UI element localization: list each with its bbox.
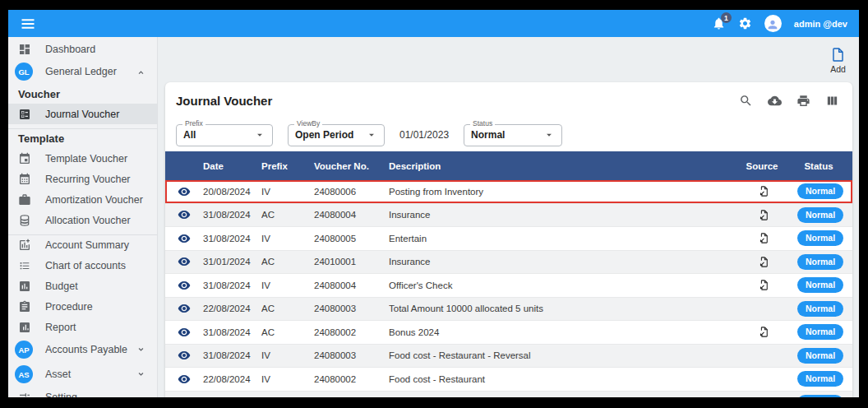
sidebar-item-template-voucher[interactable]: Template Voucher xyxy=(8,148,157,169)
eye-icon[interactable] xyxy=(178,255,191,268)
sidebar-item-chart-of-accounts[interactable]: Chart of accounts xyxy=(8,255,157,276)
cell-voucher-no: 24080002 xyxy=(314,327,389,337)
sidebar-group-general-ledger[interactable]: GL General Ledger xyxy=(8,59,157,84)
sidebar-item-setting[interactable]: Setting xyxy=(8,387,157,397)
sidebar-item-amortization-voucher[interactable]: Amortization Voucher xyxy=(8,189,157,210)
table-header: Date Prefix Voucher No. Description Sour… xyxy=(165,151,852,180)
status-select[interactable]: Status Normal xyxy=(464,124,562,146)
sidebar-section-template: Template xyxy=(8,128,157,148)
notifications-button[interactable]: 1 xyxy=(712,16,726,30)
sidebar-section-label: Voucher xyxy=(18,88,60,100)
dashboard-icon xyxy=(18,43,31,56)
sidebar-section-label: Template xyxy=(18,132,64,145)
cell-prefix: AC xyxy=(261,210,314,220)
source-document-icon[interactable] xyxy=(758,256,770,268)
procedure-icon xyxy=(18,300,31,313)
eye-icon[interactable] xyxy=(178,302,191,315)
source-document-icon[interactable] xyxy=(758,279,770,291)
table-row[interactable]: 31/08/2024 IV 24080003 Food cost - Resta… xyxy=(165,345,852,369)
table-row[interactable]: 31/08/2024 AC 24080004 Insurance Normal xyxy=(165,204,852,228)
status-badge: Normal xyxy=(797,230,843,246)
table-row[interactable]: 20/08/2024 IV 24080006 Posting from Inve… xyxy=(165,180,852,204)
add-button[interactable]: Add xyxy=(830,47,846,74)
status-select-value: Normal xyxy=(471,129,505,141)
table-row[interactable]: 31/08/2024 IV 24080004 Officer's Check N… xyxy=(165,274,852,298)
sidebar-item-label: Amortization Voucher xyxy=(45,194,143,206)
sidebar-group-accounts-payable[interactable]: AP Accounts Payable xyxy=(8,337,157,362)
sidebar-item-label: Dashboard xyxy=(45,44,95,55)
sidebar-item-dashboard[interactable]: Dashboard xyxy=(8,39,157,59)
sidebar-group-asset[interactable]: AS Asset xyxy=(8,362,157,387)
source-document-icon[interactable] xyxy=(758,326,770,338)
journal-voucher-icon xyxy=(18,108,31,121)
print-icon[interactable] xyxy=(796,94,810,108)
table-row[interactable]: 31/01/2024 AC 24010001 Insurance Normal xyxy=(165,251,852,275)
source-document-icon[interactable] xyxy=(758,209,770,221)
eye-icon[interactable] xyxy=(178,373,191,386)
table-header-date: Date xyxy=(203,161,261,171)
source-document-icon[interactable] xyxy=(758,232,770,244)
cell-voucher-no: 24080003 xyxy=(314,304,389,313)
table-row[interactable]: 22/08/2024 IV 24080002 Food cost - Resta… xyxy=(165,368,852,392)
sidebar-group-label: Accounts Payable xyxy=(45,344,127,355)
cell-description: Total Amount 10000 allocated 5 units xyxy=(389,304,739,313)
viewby-select[interactable]: ViewBy Open Period xyxy=(288,124,385,146)
table-header-voucher-no: Voucher No. xyxy=(314,161,389,171)
sidebar-item-journal-voucher[interactable]: Journal Voucher xyxy=(8,104,157,124)
topbar: 1 admin @dev xyxy=(8,10,859,37)
search-icon[interactable] xyxy=(739,94,753,108)
cell-voucher-no: 24080003 xyxy=(314,350,389,360)
table-row[interactable]: 22/08/2024 AC 24080003 Total Amount 1000… xyxy=(165,298,852,322)
sidebar-item-procedure[interactable]: Procedure xyxy=(8,296,157,317)
chart-of-accounts-icon xyxy=(18,259,31,272)
viewby-select-value: Open Period xyxy=(295,129,353,141)
sidebar-section-voucher: Voucher xyxy=(8,84,157,104)
cell-description: Bonus 2024 xyxy=(389,327,739,337)
avatar[interactable] xyxy=(764,15,782,32)
table-row[interactable]: Normal xyxy=(165,392,852,398)
cell-date: 31/08/2024 xyxy=(203,350,261,360)
sidebar-item-report[interactable]: Report xyxy=(8,317,157,337)
cell-date: 20/08/2024 xyxy=(203,187,261,197)
sidebar-item-label: Allocation Voucher xyxy=(45,215,131,226)
sidebar-item-label: Chart of accounts xyxy=(45,260,126,271)
cell-voucher-no: 24080002 xyxy=(314,374,389,384)
eye-icon[interactable] xyxy=(178,349,191,362)
allocation-voucher-icon xyxy=(18,214,31,227)
hamburger-icon[interactable] xyxy=(20,16,36,32)
source-document-icon[interactable] xyxy=(758,185,770,197)
eye-icon[interactable] xyxy=(178,232,191,245)
chevron-down-icon xyxy=(543,129,555,141)
sidebar-item-label: Report xyxy=(45,322,76,333)
prefix-select-value: All xyxy=(183,129,196,141)
table-row[interactable]: 31/08/2024 AC 24080002 Bonus 2024 Normal xyxy=(165,321,852,345)
sidebar-item-label: Setting xyxy=(45,392,77,398)
sidebar-item-label: Account Summary xyxy=(45,239,129,251)
columns-icon[interactable] xyxy=(825,94,839,108)
add-button-label: Add xyxy=(830,64,846,74)
gear-icon[interactable] xyxy=(738,16,752,30)
status-badge: Normal xyxy=(797,324,843,340)
table-header-status: Status xyxy=(788,161,852,171)
eye-icon[interactable] xyxy=(178,208,191,221)
sidebar-item-budget[interactable]: Budget xyxy=(8,276,157,296)
cell-description: Entertain xyxy=(389,234,739,243)
cloud-download-icon[interactable] xyxy=(768,94,782,108)
sidebar-item-allocation-voucher[interactable]: Allocation Voucher xyxy=(8,210,157,230)
table-row[interactable]: 31/08/2024 IV 24080005 Entertain Normal xyxy=(165,227,852,251)
chevron-up-icon xyxy=(135,66,147,78)
prefix-select[interactable]: Prefix All xyxy=(176,124,273,146)
sidebar-item-label: Recurring Voucher xyxy=(45,174,131,185)
cell-description: Insurance xyxy=(389,257,739,267)
eye-icon[interactable] xyxy=(178,326,191,339)
sidebar-item-recurring-voucher[interactable]: Recurring Voucher xyxy=(8,169,157,189)
page-title: Journal Voucher xyxy=(176,94,272,108)
eye-icon[interactable] xyxy=(178,279,191,292)
eye-icon[interactable] xyxy=(178,185,191,198)
group-avatar: AP xyxy=(15,341,33,359)
sidebar-item-account-summary[interactable]: Account Summary xyxy=(8,234,157,255)
main-content: Add Journal Voucher Pr xyxy=(158,37,859,397)
eye-icon[interactable] xyxy=(178,396,191,397)
template-voucher-icon xyxy=(18,152,31,165)
cell-date: 31/08/2024 xyxy=(203,234,261,243)
